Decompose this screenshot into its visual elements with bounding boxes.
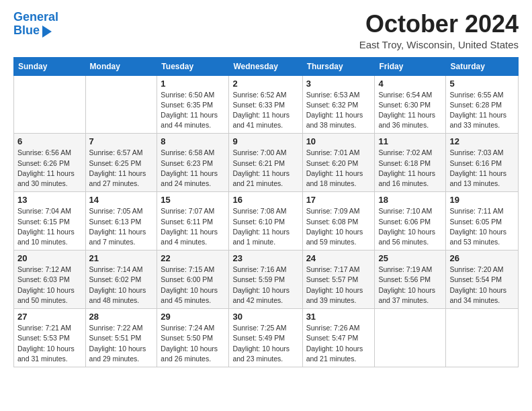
day-number: 1 — [161, 79, 225, 89]
day-detail: Sunrise: 7:26 AMSunset: 5:47 PMDaylight:… — [306, 323, 371, 364]
day-number: 27 — [17, 312, 82, 322]
day-cell: 5Sunrise: 6:55 AMSunset: 6:28 PMDaylight… — [446, 75, 519, 134]
day-number: 3 — [306, 79, 371, 89]
day-cell: 20Sunrise: 7:12 AMSunset: 6:03 PMDayligh… — [14, 250, 86, 309]
day-cell: 22Sunrise: 7:15 AMSunset: 6:00 PMDayligh… — [157, 250, 229, 309]
weekday-header-sunday: Sunday — [14, 57, 86, 75]
day-detail: Sunrise: 7:01 AMSunset: 6:20 PMDaylight:… — [306, 148, 371, 189]
day-cell: 27Sunrise: 7:21 AMSunset: 5:53 PMDayligh… — [14, 309, 86, 367]
day-number: 18 — [378, 195, 442, 205]
day-number: 2 — [232, 79, 298, 89]
day-number: 15 — [161, 195, 225, 205]
day-cell — [446, 309, 519, 367]
day-detail: Sunrise: 7:14 AMSunset: 6:02 PMDaylight:… — [89, 265, 154, 306]
day-cell: 17Sunrise: 7:09 AMSunset: 6:08 PMDayligh… — [302, 192, 375, 250]
day-number: 22 — [161, 253, 225, 263]
day-detail: Sunrise: 7:24 AMSunset: 5:50 PMDaylight:… — [161, 323, 225, 364]
title-area: October 2024 East Troy, Wisconsin, Unite… — [359, 11, 519, 50]
day-number: 31 — [306, 312, 371, 322]
day-number: 12 — [449, 136, 515, 146]
day-cell: 16Sunrise: 7:08 AMSunset: 6:10 PMDayligh… — [229, 192, 302, 250]
day-cell: 4Sunrise: 6:54 AMSunset: 6:30 PMDaylight… — [375, 75, 446, 134]
day-number: 5 — [449, 79, 515, 89]
day-detail: Sunrise: 7:17 AMSunset: 5:57 PMDaylight:… — [306, 265, 371, 306]
day-number: 14 — [89, 195, 154, 205]
day-cell: 11Sunrise: 7:02 AMSunset: 6:18 PMDayligh… — [375, 134, 446, 192]
month-title: October 2024 — [359, 11, 519, 38]
day-cell: 24Sunrise: 7:17 AMSunset: 5:57 PMDayligh… — [302, 250, 375, 309]
day-detail: Sunrise: 6:50 AMSunset: 6:35 PMDaylight:… — [161, 90, 225, 131]
week-row-4: 20Sunrise: 7:12 AMSunset: 6:03 PMDayligh… — [14, 250, 519, 309]
day-number: 4 — [378, 79, 442, 89]
day-detail: Sunrise: 6:52 AMSunset: 6:33 PMDaylight:… — [232, 90, 298, 131]
day-detail: Sunrise: 7:15 AMSunset: 6:00 PMDaylight:… — [161, 265, 225, 306]
day-detail: Sunrise: 7:25 AMSunset: 5:49 PMDaylight:… — [232, 323, 298, 364]
day-detail: Sunrise: 6:58 AMSunset: 6:23 PMDaylight:… — [161, 148, 225, 189]
weekday-header-monday: Monday — [85, 57, 157, 75]
day-detail: Sunrise: 7:08 AMSunset: 6:10 PMDaylight:… — [232, 206, 298, 247]
day-cell: 15Sunrise: 7:07 AMSunset: 6:11 PMDayligh… — [157, 192, 229, 250]
day-number: 16 — [232, 195, 298, 205]
day-detail: Sunrise: 7:19 AMSunset: 5:56 PMDaylight:… — [378, 265, 442, 306]
day-number: 13 — [17, 195, 82, 205]
day-cell: 9Sunrise: 7:00 AMSunset: 6:21 PMDaylight… — [229, 134, 302, 192]
day-cell: 2Sunrise: 6:52 AMSunset: 6:33 PMDaylight… — [229, 75, 302, 134]
day-cell: 28Sunrise: 7:22 AMSunset: 5:51 PMDayligh… — [85, 309, 157, 367]
day-number: 11 — [378, 136, 442, 146]
day-number: 24 — [306, 253, 371, 263]
day-detail: Sunrise: 7:11 AMSunset: 6:05 PMDaylight:… — [449, 206, 515, 247]
day-cell: 31Sunrise: 7:26 AMSunset: 5:47 PMDayligh… — [302, 309, 375, 367]
day-detail: Sunrise: 7:04 AMSunset: 6:15 PMDaylight:… — [17, 206, 82, 247]
day-number: 21 — [89, 253, 154, 263]
day-number: 20 — [17, 253, 82, 263]
day-detail: Sunrise: 7:12 AMSunset: 6:03 PMDaylight:… — [17, 265, 82, 306]
day-cell: 19Sunrise: 7:11 AMSunset: 6:05 PMDayligh… — [446, 192, 519, 250]
day-number: 19 — [449, 195, 515, 205]
day-cell: 18Sunrise: 7:10 AMSunset: 6:06 PMDayligh… — [375, 192, 446, 250]
day-number: 29 — [161, 312, 225, 322]
day-number: 7 — [89, 136, 154, 146]
weekday-header-row: SundayMondayTuesdayWednesdayThursdayFrid… — [14, 57, 519, 75]
header: General Blue October 2024 East Troy, Wis… — [13, 11, 519, 50]
day-cell: 1Sunrise: 6:50 AMSunset: 6:35 PMDaylight… — [157, 75, 229, 134]
weekday-header-tuesday: Tuesday — [157, 57, 229, 75]
day-cell: 26Sunrise: 7:20 AMSunset: 5:54 PMDayligh… — [446, 250, 519, 309]
day-detail: Sunrise: 7:20 AMSunset: 5:54 PMDaylight:… — [449, 265, 515, 306]
week-row-2: 6Sunrise: 6:56 AMSunset: 6:26 PMDaylight… — [14, 134, 519, 192]
logo-text: General Blue — [13, 11, 58, 38]
day-number: 25 — [378, 253, 442, 263]
day-cell: 23Sunrise: 7:16 AMSunset: 5:59 PMDayligh… — [229, 250, 302, 309]
day-cell: 13Sunrise: 7:04 AMSunset: 6:15 PMDayligh… — [14, 192, 86, 250]
day-detail: Sunrise: 7:16 AMSunset: 5:59 PMDaylight:… — [232, 265, 298, 306]
day-cell: 6Sunrise: 6:56 AMSunset: 6:26 PMDaylight… — [14, 134, 86, 192]
day-cell: 29Sunrise: 7:24 AMSunset: 5:50 PMDayligh… — [157, 309, 229, 367]
day-detail: Sunrise: 7:10 AMSunset: 6:06 PMDaylight:… — [378, 206, 442, 247]
calendar-table: SundayMondayTuesdayWednesdayThursdayFrid… — [13, 57, 519, 367]
logo-arrow-icon — [42, 26, 52, 38]
day-cell: 3Sunrise: 6:53 AMSunset: 6:32 PMDaylight… — [302, 75, 375, 134]
day-number: 9 — [232, 136, 298, 146]
day-detail: Sunrise: 7:05 AMSunset: 6:13 PMDaylight:… — [89, 206, 154, 247]
day-detail: Sunrise: 6:53 AMSunset: 6:32 PMDaylight:… — [306, 90, 371, 131]
day-detail: Sunrise: 6:54 AMSunset: 6:30 PMDaylight:… — [378, 90, 442, 131]
day-number: 23 — [232, 253, 298, 263]
day-detail: Sunrise: 7:03 AMSunset: 6:16 PMDaylight:… — [449, 148, 515, 189]
day-cell — [14, 75, 86, 134]
day-detail: Sunrise: 7:02 AMSunset: 6:18 PMDaylight:… — [378, 148, 442, 189]
day-cell — [375, 309, 446, 367]
day-cell: 10Sunrise: 7:01 AMSunset: 6:20 PMDayligh… — [302, 134, 375, 192]
day-cell: 7Sunrise: 6:57 AMSunset: 6:25 PMDaylight… — [85, 134, 157, 192]
day-detail: Sunrise: 7:22 AMSunset: 5:51 PMDaylight:… — [89, 323, 154, 364]
day-number: 17 — [306, 195, 371, 205]
week-row-1: 1Sunrise: 6:50 AMSunset: 6:35 PMDaylight… — [14, 75, 519, 134]
day-number: 8 — [161, 136, 225, 146]
weekday-header-thursday: Thursday — [302, 57, 375, 75]
day-number: 26 — [449, 253, 515, 263]
day-number: 6 — [17, 136, 82, 146]
weekday-header-saturday: Saturday — [446, 57, 519, 75]
day-number: 10 — [306, 136, 371, 146]
day-detail: Sunrise: 6:57 AMSunset: 6:25 PMDaylight:… — [89, 148, 154, 189]
day-cell — [85, 75, 157, 134]
day-detail: Sunrise: 6:56 AMSunset: 6:26 PMDaylight:… — [17, 148, 82, 189]
day-cell: 30Sunrise: 7:25 AMSunset: 5:49 PMDayligh… — [229, 309, 302, 367]
